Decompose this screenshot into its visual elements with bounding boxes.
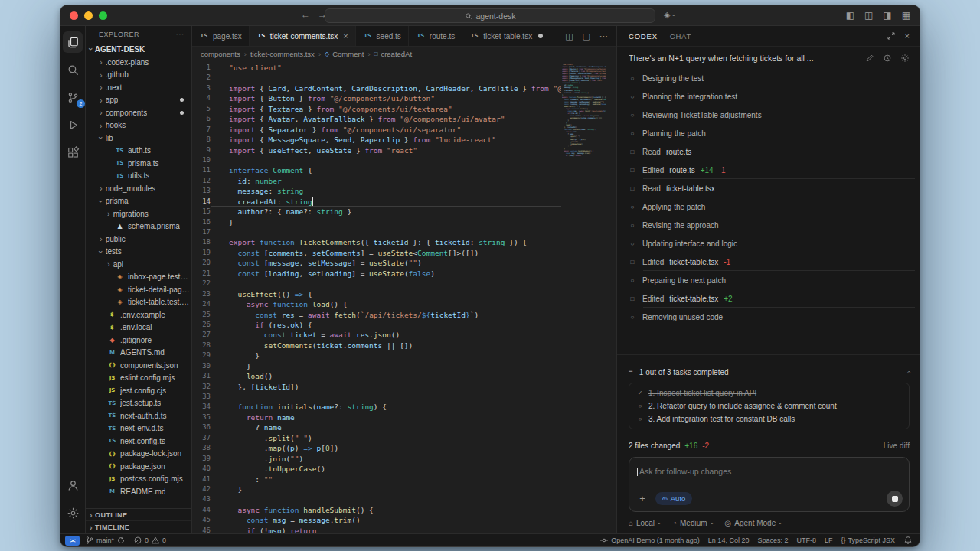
remote-indicator[interactable]: >< xyxy=(65,536,80,546)
activity-source-control-icon[interactable]: 2 xyxy=(63,86,83,108)
activity-settings-icon[interactable] xyxy=(63,502,83,523)
tree-item-codex-plans[interactable]: ›.codex-plans xyxy=(86,56,191,69)
edit-icon[interactable] xyxy=(865,54,874,63)
activity-accounts-icon[interactable] xyxy=(63,474,83,496)
code-editor[interactable]: 1"use client"23import { Card, CardConten… xyxy=(192,61,616,533)
tree-item-inbox-page-test-tsx[interactable]: ◈inbox-page.test.tsx xyxy=(86,271,191,284)
tab-ticket-comments-tsx[interactable]: TSticket-comments.tsx× xyxy=(250,26,356,46)
tree-item-package-lock-json[interactable]: {}package-lock.json xyxy=(86,448,191,461)
select-agent-mode[interactable]: ◎Agent Mode› xyxy=(725,519,782,527)
tab-seed-ts[interactable]: TSseed.ts xyxy=(356,26,409,46)
tab-page-tsx[interactable]: TSpage.tsx xyxy=(192,26,250,46)
breadcrumb-createdat[interactable]: □createdAt xyxy=(374,50,413,58)
close-panel-icon[interactable]: × xyxy=(905,32,910,41)
task-item[interactable]: ○2. Refactor query to include assignee &… xyxy=(636,399,902,412)
tree-item-schema-prisma[interactable]: ▲schema.prisma xyxy=(86,220,191,233)
task-item[interactable]: ✓1. Inspect ticket list query in API xyxy=(636,386,902,399)
tree-item-ticket-detail-page-test-tsx[interactable]: ◈ticket-detail-page.test.tsx xyxy=(86,283,191,296)
status-encoding[interactable]: UTF-8 xyxy=(796,536,816,544)
tree-item-env-example[interactable]: $.env.example xyxy=(86,308,191,321)
panel-tab-chat[interactable]: CHAT xyxy=(670,32,691,41)
auto-mode-button[interactable]: ∞ Auto xyxy=(655,492,692,505)
history-back-icon[interactable]: ← xyxy=(301,10,310,19)
task-item[interactable]: ○3. Add integration test for constant DB… xyxy=(636,412,902,425)
tree-item-utils-ts[interactable]: TSutils.ts xyxy=(86,170,191,183)
tree-item-components-json[interactable]: {}components.json xyxy=(86,359,191,372)
tree-item-next[interactable]: ›.next xyxy=(86,81,191,94)
live-diff-link[interactable]: Live diff xyxy=(884,442,910,450)
zoom-button[interactable] xyxy=(99,11,107,20)
agent-progress-item[interactable]: □Readticket-table.tsx xyxy=(617,179,920,197)
tree-item-agents-md[interactable]: MAGENTS.md xyxy=(86,347,191,360)
tree-item-jest-setup-ts[interactable]: TSjest.setup.ts xyxy=(86,397,191,410)
tree-item-migrations[interactable]: ›migrations xyxy=(86,207,191,220)
followup-input[interactable]: Ask for follow-up changes + ∞ Auto xyxy=(629,457,910,512)
agent-progress-item[interactable]: □Editedroute.ts+14-1 xyxy=(617,161,920,179)
activity-extensions-icon[interactable] xyxy=(63,142,83,163)
tree-item-package-json[interactable]: {}package.json xyxy=(86,460,191,473)
agent-progress-item[interactable]: □Editedticket-table.tsx+2 xyxy=(617,289,920,308)
split-editor-icon[interactable]: ◫ xyxy=(565,32,573,41)
select-medium[interactable]: ◔Medium› xyxy=(672,519,713,527)
history-icon[interactable] xyxy=(883,54,892,63)
tree-item-lib[interactable]: ›lib xyxy=(86,132,191,145)
agent-progress-item[interactable]: □Readroute.ts xyxy=(617,142,920,161)
tree-item-tests[interactable]: ›tests xyxy=(86,246,191,259)
tab-route-ts[interactable]: TSroute.ts xyxy=(409,26,462,46)
expand-panel-icon[interactable] xyxy=(887,31,896,41)
tree-item-postcss-config-mjs[interactable]: JSpostcss.config.mjs xyxy=(86,473,191,486)
attach-button[interactable]: + xyxy=(636,494,648,504)
tree-item-app[interactable]: ›app xyxy=(86,94,191,107)
status-notifications[interactable] xyxy=(903,536,913,545)
activity-run-debug-icon[interactable] xyxy=(63,114,83,135)
tree-item-readme-md[interactable]: MREADME.md xyxy=(86,485,191,498)
status-branch[interactable]: main* xyxy=(85,536,126,545)
tree-item-api[interactable]: ›api xyxy=(86,258,191,271)
tree-item-auth-ts[interactable]: TSauth.ts xyxy=(86,145,191,158)
tree-item-env-local[interactable]: $.env.local xyxy=(86,321,191,334)
tree-item-next-config-ts[interactable]: TSnext.config.ts xyxy=(86,435,191,448)
tree-item-public[interactable]: ›public xyxy=(86,233,191,246)
project-root[interactable]: › AGENT-DESK xyxy=(86,42,191,56)
more-actions-icon[interactable]: ⋯ xyxy=(599,32,608,41)
tree-item-node-modules[interactable]: ›node_modules xyxy=(86,182,191,195)
activity-search-icon[interactable] xyxy=(63,59,83,80)
tree-item-next-auth-d-ts[interactable]: TSnext-auth.d.ts xyxy=(86,409,191,422)
tree-item-gitignore[interactable]: ◆.gitignore xyxy=(86,334,191,347)
breadcrumb-components[interactable]: components xyxy=(201,50,240,58)
status-language[interactable]: {}TypeScript JSX xyxy=(841,536,895,544)
toggle-secondary-sidebar-icon[interactable]: ◨ xyxy=(883,11,891,20)
command-center-search[interactable]: agent-desk xyxy=(325,8,655,23)
customize-layout-icon[interactable]: ▦ xyxy=(902,11,910,20)
tree-item-eslint-config-mjs[interactable]: JSeslint.config.mjs xyxy=(86,372,191,385)
close-tab-icon[interactable]: × xyxy=(343,31,348,41)
sidebar-section-outline[interactable]: ›OUTLINE xyxy=(86,509,191,521)
status-eol[interactable]: LF xyxy=(825,536,833,544)
status-problems[interactable]: 00 xyxy=(133,536,166,545)
status-blame[interactable]: OpenAI Demo (1 month ago) xyxy=(599,536,700,545)
select-local[interactable]: ⌂Local› xyxy=(629,519,660,527)
tree-item-hooks[interactable]: ›hooks xyxy=(86,119,191,132)
agent-progress-item[interactable]: □Editedticket-table.tsx-1 xyxy=(617,253,920,271)
status-cursor-position[interactable]: Ln 14, Col 20 xyxy=(708,536,750,544)
minimap[interactable]: "use client"import { Card, CardContent, … xyxy=(562,64,606,533)
tree-item-github[interactable]: ›.github xyxy=(86,69,191,82)
tree-item-prisma[interactable]: ›prisma xyxy=(86,195,191,208)
explorer-actions-icon[interactable]: ⋯ xyxy=(176,30,185,38)
tree-item-components[interactable]: ›components xyxy=(86,106,191,119)
breadcrumb-comment[interactable]: ◇Comment xyxy=(325,50,364,58)
stop-button[interactable] xyxy=(887,491,903,507)
codex-menu[interactable]: ◈ › xyxy=(664,11,675,19)
tab-ticket-table-tsx[interactable]: TSticket-table.tsx xyxy=(462,26,550,46)
minimize-button[interactable] xyxy=(84,11,93,20)
toggle-sidebar-icon[interactable]: ◧ xyxy=(846,11,854,20)
activity-explorer-icon[interactable] xyxy=(63,31,83,53)
chevron-up-icon[interactable]: › xyxy=(905,371,913,373)
tree-item-prisma-ts[interactable]: TSprisma.ts xyxy=(86,157,191,170)
tree-item-next-env-d-ts[interactable]: TSnext-env.d.ts xyxy=(86,422,191,435)
tree-item-ticket-table-test-tsx[interactable]: ◈ticket-table.test.tsx xyxy=(86,296,191,309)
toggle-panel-icon[interactable]: ◫ xyxy=(864,11,873,20)
gear-icon[interactable] xyxy=(900,54,910,63)
tree-item-jest-config-cjs[interactable]: JSjest.config.cjs xyxy=(86,384,191,397)
layout-panel-icon[interactable]: ▢ xyxy=(583,32,590,41)
